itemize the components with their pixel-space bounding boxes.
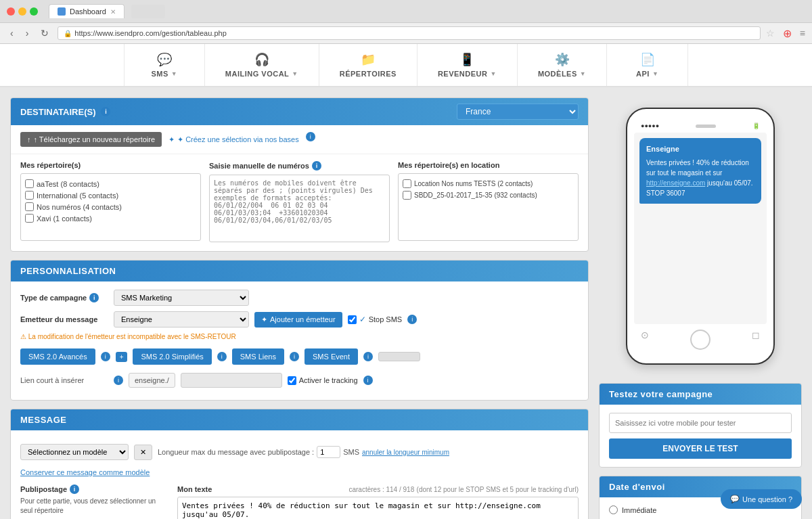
sms-avance-plus[interactable]: +: [116, 352, 128, 362]
add-emetteur-button[interactable]: ✦ Ajouter un émetteur: [254, 312, 342, 328]
revendeur-nav-label: REVENDEUR: [438, 70, 488, 78]
type-campagne-row: Type de campagne i SMS Marketing: [20, 290, 579, 306]
api-nav-arrow: ▼: [652, 70, 658, 77]
location-checkbox-0[interactable]: [403, 179, 411, 188]
chat-icon: 💬: [730, 495, 740, 503]
modeles-nav-arrow: ▼: [580, 70, 586, 77]
close-dot[interactable]: [7, 7, 15, 16]
char-info: caractères : 114 / 918 (dont 12 pour le …: [348, 484, 579, 494]
refresh-button[interactable]: ↻: [37, 26, 52, 40]
message-text-section: Mon texte caractères : 114 / 918 (dont 1…: [177, 484, 579, 519]
browser-tab[interactable]: Dashboard ✕: [49, 4, 125, 18]
sms-avance-button[interactable]: SMS 2.0 Avancés: [20, 348, 95, 365]
phone-mockup: ●●●●● 🔋 Enseigne Ventes privées ! 40% de…: [626, 108, 775, 365]
repertoires-nav-icon: 📁: [361, 52, 376, 67]
modeles-nav-icon: ⚙️: [555, 52, 570, 67]
message-card: MESSAGE Sélectionnez un modèle ✕ Longueu…: [10, 409, 589, 519]
repertoire-checkbox-2[interactable]: [25, 202, 34, 211]
message-length-info: Longueur max du message avec publipostag…: [158, 446, 449, 458]
list-item: International (5 contacts): [25, 189, 196, 201]
lien-input[interactable]: [181, 373, 282, 388]
manual-numbers-input[interactable]: [209, 175, 390, 242]
lien-label: Lien court à insérer: [20, 376, 108, 384]
phone-battery: 🔋: [752, 122, 760, 129]
repertoire-checkbox-3[interactable]: [25, 214, 34, 223]
test-mobile-input[interactable]: [609, 413, 792, 433]
upload-directory-button[interactable]: ↑ ↑ Téléchargez un nouveau répertoire: [20, 132, 162, 147]
forward-button[interactable]: ›: [22, 26, 32, 40]
sms-buttons-row: SMS 2.0 Avancés i + SMS 2.0 Simplifiés i…: [20, 344, 579, 369]
mailing-nav-arrow: ▼: [292, 70, 298, 77]
repertoire-checkbox-1[interactable]: [25, 191, 34, 200]
list-item: Location Nos nums TESTS (2 contacts): [403, 178, 574, 189]
min-length-link[interactable]: annuler la longueur minimum: [362, 449, 449, 456]
create-icon: ✦: [168, 135, 175, 144]
manual-info-icon[interactable]: i: [312, 161, 321, 171]
tracking-checkbox[interactable]: [288, 376, 296, 385]
sms-event-toggle[interactable]: [378, 352, 420, 361]
sms-liens-label: SMS Liens: [240, 353, 276, 361]
sms-simple-info-icon[interactable]: i: [217, 352, 227, 361]
browser-titlebar: Dashboard ✕: [0, 0, 812, 23]
lien-prefix: enseigne./: [129, 373, 175, 388]
settings-icon[interactable]: ≡: [800, 28, 805, 39]
length-input[interactable]: [317, 446, 340, 458]
tab-title: Dashboard: [70, 7, 106, 16]
minimize-dot[interactable]: [18, 7, 26, 16]
maximize-dot[interactable]: [30, 7, 38, 16]
char-detail: (dont 12 pour le STOP SMS et 5 pour le t…: [417, 486, 579, 493]
main-column: DESTINATAIRE(S) i France ↑ ↑ Téléchargez…: [10, 97, 589, 519]
publipostage-info-icon[interactable]: i: [70, 484, 79, 494]
create-info-icon[interactable]: i: [306, 132, 315, 141]
location-checkbox-1[interactable]: [403, 191, 411, 200]
message-body: Sélectionnez un modèle ✕ Longueur max du…: [11, 430, 588, 519]
back-button[interactable]: ‹: [7, 26, 17, 40]
test-campaign-title: Testez votre campagne: [609, 389, 713, 399]
nav-item-api[interactable]: 📄 API ▼: [607, 44, 688, 86]
nav-item-modeles[interactable]: ⚙️ MODÈLES ▼: [518, 44, 607, 86]
nav-item-repertoires[interactable]: 📁 RÉPERTOIRES: [319, 44, 418, 86]
emetteur-select[interactable]: Enseigne: [114, 311, 249, 328]
address-bar[interactable]: 🔒 https://www.isendpro.com/gestion/table…: [58, 26, 760, 40]
repertoires-col-title: Mes répertoire(s): [20, 161, 201, 169]
nav-item-sms[interactable]: 💬 SMS ▼: [124, 44, 205, 86]
sms-liens-info-icon[interactable]: i: [290, 352, 299, 361]
nav-item-revendeur[interactable]: 📱 REVENDEUR ▼: [418, 44, 518, 86]
location-list: Location Nos nums TESTS (2 contacts) SBD…: [398, 173, 579, 241]
destinataires-info-icon[interactable]: i: [101, 107, 110, 116]
bookmark-icon[interactable]: ☆: [766, 28, 775, 39]
nav-item-mailing[interactable]: 🎧 MAILING VOCAL ▼: [205, 44, 319, 86]
message-textarea[interactable]: Ventes privées ! 40% de réduction sur to…: [177, 497, 579, 519]
location-col-title: Mes répertoire(s) en location: [398, 161, 579, 169]
publipostage-label: Publipostage i: [20, 484, 169, 494]
stop-sms-checkbox[interactable]: [348, 315, 357, 324]
send-test-button[interactable]: ENVOYER LE TEST: [609, 438, 792, 459]
save-model-link[interactable]: Conserver ce message comme modèle: [20, 466, 579, 479]
tracking-info-icon[interactable]: i: [363, 376, 373, 385]
type-info-icon[interactable]: i: [89, 293, 99, 302]
country-select[interactable]: France: [457, 104, 579, 120]
list-item: Nos numéros (4 contacts): [25, 201, 196, 212]
sms-simple-button[interactable]: SMS 2.0 Simplifiés: [133, 348, 211, 365]
create-selection-button[interactable]: ✦ ✦ Créez une sélection via nos bases: [168, 132, 299, 147]
sms-liens-button[interactable]: SMS Liens: [232, 348, 284, 365]
sms-nav-arrow: ▼: [171, 70, 177, 77]
stop-sms-info-icon[interactable]: i: [407, 315, 417, 324]
model-select[interactable]: Sélectionnez un modèle: [20, 444, 129, 460]
help-button[interactable]: 💬 Une question ?: [721, 489, 802, 509]
phone-preview-section: ●●●●● 🔋 Enseigne Ventes privées ! 40% de…: [599, 97, 802, 375]
test-campaign-body: ENVOYER LE TEST: [600, 405, 801, 467]
sms-event-info-icon[interactable]: i: [363, 352, 373, 361]
browser-addressbar: ‹ › ↻ 🔒 https://www.isendpro.com/gestion…: [0, 23, 812, 43]
lien-info-icon[interactable]: i: [114, 376, 123, 385]
mailing-nav-label: MAILING VOCAL: [225, 70, 290, 78]
repertoire-checkbox-0[interactable]: [25, 179, 34, 188]
message-title: MESSAGE: [20, 415, 67, 425]
sms-avance-info-icon[interactable]: i: [101, 352, 110, 361]
type-campagne-select[interactable]: SMS Marketing: [114, 290, 249, 306]
tab-close-icon[interactable]: ✕: [110, 8, 116, 16]
personnalisation-card: PERSONNALISATION Type de campagne i SMS …: [10, 260, 589, 401]
immediate-radio[interactable]: [609, 505, 618, 514]
sms-event-button[interactable]: SMS Event: [304, 348, 358, 365]
clear-model-button[interactable]: ✕: [134, 445, 152, 460]
